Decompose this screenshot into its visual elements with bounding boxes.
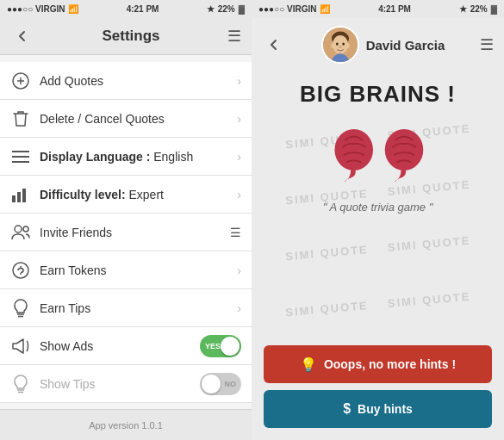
left-back-button[interactable] (10, 24, 34, 48)
svg-rect-7 (17, 192, 21, 202)
list-icon (10, 146, 31, 167)
brain-logo (327, 116, 430, 194)
show-ads-label: Show Ads (40, 339, 200, 353)
trash-icon (10, 108, 31, 129)
toggle-yes-label: YES (205, 342, 221, 350)
right-battery-area: ★ 22% ▓ (459, 4, 497, 14)
add-quotes-label: Add Quotes (40, 74, 237, 88)
left-header: Settings ☰ (0, 17, 252, 55)
battery-text: 22% (218, 4, 235, 14)
svg-point-9 (15, 226, 22, 232)
main-content: BIG BRAINS ! (252, 72, 504, 345)
svg-point-21 (339, 46, 341, 48)
avatar-svg (323, 26, 358, 64)
right-carrier: ●●●○○ VIRGIN 📶 (258, 4, 330, 14)
back-arrow-icon (15, 28, 30, 44)
left-status-bar: ●●●○○ VIRGIN 📶 4:21 PM ★ 22% ▓ (0, 0, 252, 17)
menu-item-invite-friends[interactable]: Invite Friends ☰ (0, 214, 252, 251)
carrier-text: ●●●○○ VIRGIN (7, 4, 65, 14)
left-carrier: ●●●○○ VIRGIN 📶 (7, 4, 78, 14)
left-time: 4:21 PM (127, 4, 159, 14)
chevron-icon-6: › (237, 301, 241, 315)
display-language-label: Display Language : English (40, 150, 237, 164)
earn-tips-label: Earn Tips (40, 301, 237, 315)
user-name: David Garcia (366, 38, 445, 53)
right-header: David Garcia ☰ (252, 17, 504, 72)
user-info: David Garcia (321, 26, 445, 64)
hamburger-icon-friends: ☰ (230, 226, 241, 239)
app-version-bar: App version 1.0.1 (0, 409, 252, 440)
menu-item-earn-tips[interactable]: Earn Tips › (0, 289, 252, 327)
svg-point-18 (333, 35, 348, 54)
left-panel: ●●●○○ VIRGIN 📶 4:21 PM ★ 22% ▓ Settings … (0, 0, 252, 440)
toggle-knob-yes (221, 337, 240, 356)
svg-point-23 (346, 43, 350, 47)
no-hints-label: Ooops, no more hints ! (324, 357, 456, 371)
brain-quote-svg (327, 116, 430, 194)
show-tips-label: Show Tips (40, 377, 200, 391)
left-menu-button[interactable]: ☰ (227, 27, 241, 46)
menu-item-earn-tokens[interactable]: Earn Tokens › (0, 251, 252, 289)
avatar (321, 26, 359, 64)
right-battery-text: 22% (470, 4, 488, 14)
chevron-icon-2: › (237, 150, 241, 164)
menu-item-difficulty[interactable]: Difficulty level: Expert › (0, 176, 252, 214)
chevron-icon-1: › (237, 112, 241, 126)
lightbulb-icon (10, 298, 31, 319)
bluetooth-icon: ★ (207, 4, 215, 14)
wifi-icon: 📶 (68, 4, 78, 14)
right-bluetooth-icon: ★ (459, 4, 467, 14)
left-header-title: Settings (102, 28, 159, 45)
show-tips-toggle[interactable]: NO (200, 373, 241, 395)
menu-item-show-tips[interactable]: Show Tips NO (0, 365, 252, 403)
subtitle: " A quote trivia game " (323, 201, 433, 214)
svg-point-22 (331, 43, 334, 47)
invite-friends-label: Invite Friends (40, 226, 230, 239)
svg-point-24 (334, 129, 373, 170)
buy-hints-label: Buy hints (358, 402, 413, 416)
menu-item-display-language[interactable]: Display Language : English › (0, 138, 252, 176)
plus-circle-icon (10, 71, 31, 91)
toggle-no-label: NO (225, 380, 237, 388)
chevron-icon-3: › (237, 188, 241, 201)
menu-item-add-quotes[interactable]: Add Quotes › (0, 62, 252, 100)
button-area: 💡 Ooops, no more hints ! $ Buy hints (252, 345, 504, 428)
no-hints-button[interactable]: 💡 Ooops, no more hints ! (264, 345, 492, 383)
difficulty-label: Difficulty level: Expert (40, 188, 237, 201)
big-title: BIG BRAINS ! (300, 81, 456, 108)
right-status-bar: ●●●○○ VIRGIN 📶 4:21 PM ★ 22% ▓ (252, 0, 504, 17)
menu-item-show-ads[interactable]: Show Ads YES (0, 327, 252, 365)
right-carrier-text: ●●●○○ VIRGIN (258, 4, 316, 14)
right-wifi-icon: 📶 (320, 4, 330, 14)
menu-list: Add Quotes › Delete / Cancel Quotes › (0, 55, 252, 409)
svg-point-10 (23, 226, 28, 232)
battery-icon: ▓ (239, 4, 245, 14)
right-back-button[interactable] (262, 33, 286, 57)
chevron-icon-0: › (237, 74, 241, 88)
dollar-btn-icon: $ (343, 401, 351, 417)
right-battery-icon: ▓ (491, 4, 497, 14)
svg-rect-8 (22, 189, 26, 202)
megaphone-icon (10, 336, 31, 356)
right-back-arrow-icon (266, 37, 282, 53)
earn-tokens-label: Earn Tokens (40, 263, 237, 277)
menu-item-delete-quotes[interactable]: Delete / Cancel Quotes › (0, 100, 252, 138)
buy-hints-button[interactable]: $ Buy hints (264, 390, 492, 428)
bar-chart-icon (10, 184, 31, 205)
right-panel: SIMI QUOTE SIMI QUOTE SIMI QUOTE SIMI QU… (252, 0, 504, 440)
toggle-knob-no (202, 375, 221, 394)
left-battery-area: ★ 22% ▓ (207, 4, 245, 14)
lightbulb-outline-icon (10, 374, 31, 394)
app-version-text: App version 1.0.1 (89, 420, 163, 431)
right-menu-button[interactable]: ☰ (480, 35, 494, 54)
svg-point-11 (13, 263, 28, 278)
coin-icon (10, 260, 31, 281)
chevron-icon-5: › (237, 263, 241, 277)
show-ads-toggle[interactable]: YES (200, 335, 241, 357)
svg-point-19 (336, 42, 339, 45)
svg-point-20 (342, 42, 345, 45)
svg-point-25 (384, 129, 423, 170)
svg-rect-6 (12, 195, 16, 202)
lightbulb-btn-icon: 💡 (300, 356, 317, 373)
delete-quotes-label: Delete / Cancel Quotes (40, 112, 237, 126)
